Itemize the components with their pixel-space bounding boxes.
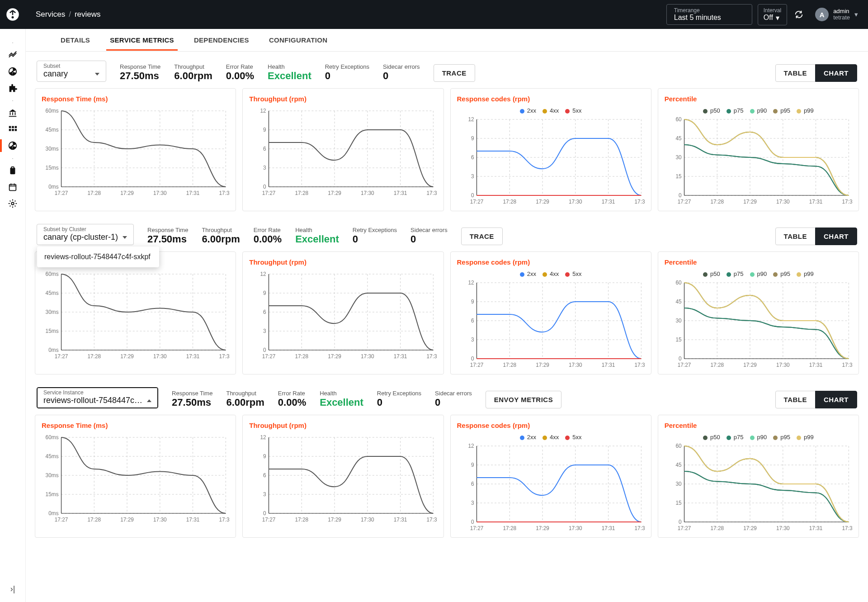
nav-radiation-icon[interactable]: [0, 63, 26, 80]
svg-text:17:30: 17:30: [776, 199, 790, 205]
svg-text:17:29: 17:29: [328, 190, 341, 196]
timerange-selector[interactable]: Timerange Last 5 minutes: [666, 4, 752, 25]
svg-rect-6: [15, 126, 17, 128]
svg-text:0: 0: [471, 192, 474, 199]
svg-text:0: 0: [679, 519, 682, 525]
view-toggle-table[interactable]: TABLE: [775, 228, 815, 245]
section-header: Service Instancereviews-rollout-7548447c…: [35, 384, 859, 415]
chart-card: Response Time (ms)0ms15ms30ms45ms60ms17:…: [35, 415, 236, 538]
svg-text:17:31: 17:31: [186, 517, 200, 523]
svg-text:15: 15: [675, 500, 682, 506]
svg-text:17:27: 17:27: [470, 362, 483, 368]
tab-details[interactable]: DETAILS: [60, 30, 91, 50]
legend-item: p50: [703, 270, 720, 277]
breadcrumb-current: reviews: [75, 10, 101, 19]
svg-text:3: 3: [263, 491, 266, 498]
svg-point-15: [11, 202, 14, 205]
nav-settings-icon[interactable]: [0, 195, 26, 212]
svg-text:17:27: 17:27: [677, 362, 691, 368]
svg-text:17:29: 17:29: [743, 199, 757, 205]
user-menu[interactable]: A admin tetrate ▾: [815, 8, 858, 21]
metric-throughput: Throughput6.00rpm: [174, 63, 212, 82]
chart-legend: p50p75p90p95p99: [665, 107, 852, 114]
nav-bank-icon[interactable]: [0, 105, 26, 121]
tab-bar: DETAILS SERVICE METRICS DEPENDENCIES CON…: [26, 29, 868, 52]
svg-text:17:28: 17:28: [710, 362, 724, 368]
metric-sidecar_errors: Sidecar errors0: [410, 227, 448, 245]
svg-text:17:27: 17:27: [470, 525, 483, 531]
envoy-metrics-button[interactable]: ENVOY METRICS: [486, 391, 561, 408]
chart-grid: Response Time (ms)0ms15ms30ms45ms60ms17:…: [35, 88, 859, 211]
svg-text:3: 3: [471, 500, 474, 506]
chart-title: Response codes (rpm): [457, 422, 645, 429]
section-selector[interactable]: Service Instancereviews-rollout-7548447c…: [37, 387, 158, 408]
chart-title: Percentile: [665, 258, 852, 266]
legend-item: p95: [773, 107, 790, 114]
view-toggle-table[interactable]: TABLE: [775, 391, 815, 408]
metric-health: HealthExcellent: [320, 390, 363, 408]
svg-text:17:28: 17:28: [503, 199, 516, 205]
section-selector[interactable]: Subsetcanary: [37, 61, 106, 82]
nav-trends-icon[interactable]: [0, 47, 26, 63]
svg-text:6: 6: [263, 146, 266, 152]
svg-text:3: 3: [263, 328, 266, 334]
svg-text:17:27: 17:27: [55, 517, 68, 523]
nav-clipboard-icon[interactable]: [0, 163, 26, 179]
refresh-button[interactable]: [793, 8, 805, 21]
dropdown-item[interactable]: reviews-rollout-7548447c4f-sxkpf: [37, 248, 159, 265]
view-toggle-chart[interactable]: CHART: [815, 391, 857, 408]
metrics-section: Service Instancereviews-rollout-7548447c…: [35, 384, 859, 538]
svg-text:17:28: 17:28: [503, 525, 516, 531]
legend-item: 4xx: [542, 270, 559, 277]
chart-area: 03691217:2717:2817:2917:3017:3117:32: [457, 116, 645, 206]
legend-item: p95: [773, 270, 790, 277]
svg-text:17:30: 17:30: [568, 199, 582, 205]
legend-item: p99: [797, 270, 814, 277]
chart-title: Percentile: [665, 95, 852, 103]
svg-text:0ms: 0ms: [48, 184, 58, 190]
svg-text:12: 12: [260, 271, 267, 277]
svg-text:15ms: 15ms: [46, 165, 59, 171]
breadcrumb-root[interactable]: Services: [36, 10, 65, 19]
view-toggle-chart[interactable]: CHART: [815, 64, 857, 82]
brand-logo[interactable]: [0, 0, 26, 29]
nav-extension-icon[interactable]: [0, 80, 26, 96]
chart-legend: p50p75p90p95p99: [665, 434, 852, 441]
interval-selector[interactable]: Interval Off▾: [758, 4, 787, 25]
svg-text:17:31: 17:31: [809, 199, 822, 205]
svg-text:0: 0: [471, 519, 474, 525]
section-selector[interactable]: Subset by Clustercanary (cp-cluster-1)re…: [37, 224, 134, 245]
svg-text:17:29: 17:29: [120, 190, 134, 196]
svg-text:17:30: 17:30: [568, 362, 582, 368]
tab-service-metrics[interactable]: SERVICE METRICS: [109, 30, 175, 50]
metric-sidecar_errors: Sidecar errors0: [383, 63, 420, 82]
svg-text:12: 12: [468, 280, 474, 286]
svg-rect-8: [12, 129, 14, 131]
svg-text:3: 3: [471, 173, 474, 180]
nav-calendar-icon[interactable]: [0, 179, 26, 195]
trace-button[interactable]: TRACE: [434, 64, 475, 82]
collapse-rail-icon[interactable]: ›|: [10, 584, 15, 594]
nav-grid-icon[interactable]: [0, 121, 26, 137]
chart-legend: 2xx4xx5xx: [457, 107, 645, 114]
svg-text:17:28: 17:28: [710, 199, 724, 205]
breadcrumb-separator: /: [69, 10, 71, 19]
chevron-down-icon: ▾: [776, 14, 779, 22]
svg-text:17:31: 17:31: [809, 362, 822, 368]
metric-health: HealthExcellent: [268, 63, 311, 82]
trace-button[interactable]: TRACE: [461, 228, 503, 245]
view-toggle-chart[interactable]: CHART: [815, 228, 857, 245]
svg-text:60ms: 60ms: [46, 108, 59, 114]
timerange-value: Last 5 minutes: [674, 14, 745, 22]
legend-item: 4xx: [542, 434, 559, 441]
svg-text:17:32: 17:32: [842, 362, 852, 368]
nav-target-icon[interactable]: [0, 137, 26, 154]
svg-rect-13: [11, 167, 14, 169]
tab-dependencies[interactable]: DEPENDENCIES: [193, 30, 250, 50]
view-toggle-table[interactable]: TABLE: [775, 64, 815, 82]
section-header: SubsetcanaryResponse Time27.50msThroughp…: [35, 58, 859, 88]
tab-configuration[interactable]: CONFIGURATION: [268, 30, 328, 50]
chart-card: Throughput (rpm)03691217:2717:2817:2917:…: [242, 415, 443, 538]
chart-title: Response codes (rpm): [457, 95, 645, 103]
legend-item: p90: [750, 434, 767, 441]
